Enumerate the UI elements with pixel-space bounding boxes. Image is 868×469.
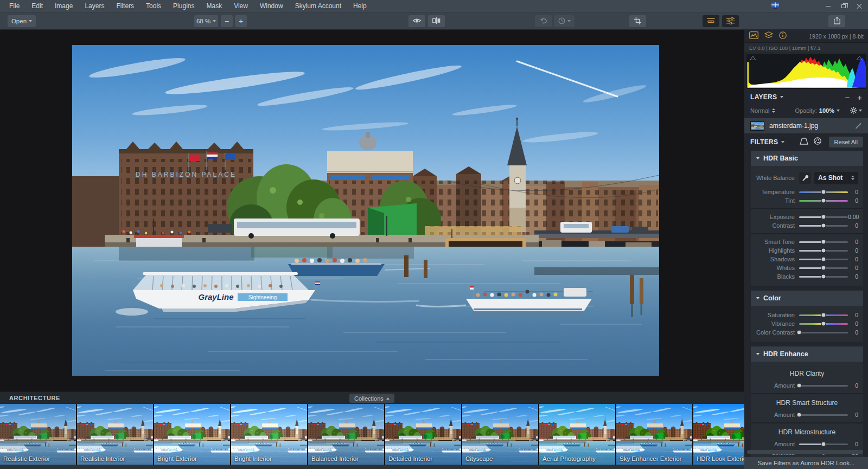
- menu-image[interactable]: Image: [49, 0, 79, 12]
- slider-handle[interactable]: [821, 198, 826, 203]
- compare-button[interactable]: [428, 15, 445, 27]
- saturation-slider[interactable]: [799, 314, 848, 316]
- crop-button[interactable]: [629, 15, 646, 27]
- preset-realistic-exterior[interactable]: Realistic Exterior: [0, 404, 76, 465]
- presets-panel-toggle[interactable]: [703, 15, 719, 27]
- zoom-level-select[interactable]: 68 %: [194, 15, 218, 27]
- menu-plugins[interactable]: Plugins: [167, 0, 200, 12]
- slider-handle[interactable]: [821, 257, 826, 262]
- amount-slider[interactable]: [799, 414, 848, 416]
- chevron-down-icon[interactable]: [780, 96, 783, 98]
- temperature-slider[interactable]: [799, 191, 848, 193]
- section-header-hdr-basic[interactable]: HDR Basic: [751, 151, 863, 166]
- filter-row-saturation: Saturation0: [751, 311, 863, 319]
- menu-skylum-account[interactable]: Skylum Account: [289, 0, 347, 12]
- opacity-value[interactable]: 100%: [819, 107, 834, 114]
- amount-slider[interactable]: [799, 444, 848, 445]
- preview-original-button[interactable]: [409, 15, 425, 27]
- slider-handle[interactable]: [821, 248, 826, 253]
- preset-bright-interior[interactable]: Bright Interior: [231, 404, 307, 465]
- layer-item[interactable]: amsterdam-1.jpg: [744, 118, 868, 133]
- filter-row-blacks: Blacks0: [751, 272, 863, 281]
- highlights-slider[interactable]: [799, 250, 848, 252]
- preset-balanced-interior[interactable]: Balanced Interior: [308, 404, 384, 465]
- amount-slider[interactable]: [799, 385, 848, 387]
- slider-handle[interactable]: [821, 190, 826, 195]
- layers-toggle-icon[interactable]: [764, 31, 773, 41]
- exposure-slider[interactable]: [799, 216, 848, 218]
- history-button[interactable]: [554, 15, 575, 27]
- section-header-color[interactable]: Color: [751, 291, 863, 306]
- menu-mask[interactable]: Mask: [200, 0, 228, 12]
- minimize-button[interactable]: [825, 3, 831, 9]
- slider-handle[interactable]: [821, 313, 826, 318]
- preset-sky-enhancer-exterior[interactable]: Sky Enhancer Exterior: [616, 404, 692, 465]
- preset-hdr-look-exterior[interactable]: HDR Look Exterior: [693, 404, 744, 465]
- layers-title: LAYERS: [750, 93, 777, 101]
- menu-tools[interactable]: Tools: [140, 0, 167, 12]
- menu-filters[interactable]: Filters: [110, 0, 140, 12]
- add-layer-button[interactable]: +: [857, 93, 862, 102]
- preset-aerial-photography[interactable]: Aerial Photography: [539, 404, 615, 465]
- menu-view[interactable]: View: [228, 0, 254, 12]
- blacks-slider[interactable]: [799, 276, 848, 278]
- undo-button[interactable]: [535, 15, 552, 27]
- remove-layer-button[interactable]: −: [845, 93, 850, 102]
- chevron-down-icon[interactable]: [781, 141, 784, 143]
- preset-cityscape[interactable]: Cityscape: [462, 404, 538, 465]
- slider-handle[interactable]: [821, 274, 826, 279]
- shadows-slider[interactable]: [799, 259, 848, 260]
- close-button[interactable]: [856, 3, 863, 9]
- slider-handle[interactable]: [821, 215, 826, 220]
- color-contrast-slider[interactable]: [799, 332, 848, 333]
- histogram[interactable]: [746, 54, 866, 89]
- lens-icon[interactable]: [814, 137, 821, 147]
- slider-handle[interactable]: [797, 413, 802, 417]
- save-filters-button[interactable]: Save Filters as Aurora HDR Look...: [744, 457, 868, 469]
- preset-detailed-interior[interactable]: Detailed Interior: [385, 404, 461, 465]
- edit-layer-button[interactable]: [854, 122, 862, 130]
- slider-handle[interactable]: [821, 266, 826, 271]
- reset-all-button[interactable]: Reset All: [829, 137, 863, 147]
- filters-horizontal-scrollbar[interactable]: [747, 450, 863, 454]
- zoom-out-button[interactable]: −: [221, 15, 233, 27]
- info-toggle-icon[interactable]: [779, 31, 787, 41]
- collapse-icon: [756, 297, 760, 299]
- slider-handle[interactable]: [797, 330, 802, 335]
- white-balance-select[interactable]: As Shot: [814, 172, 858, 184]
- slider-handle[interactable]: [821, 322, 826, 326]
- menu-layers[interactable]: Layers: [79, 0, 110, 12]
- slider-handle[interactable]: [821, 442, 826, 447]
- contrast-slider[interactable]: [799, 225, 848, 227]
- menu-edit[interactable]: Edit: [25, 0, 49, 12]
- preset-realistic-interior[interactable]: Realistic Interior: [77, 404, 153, 465]
- blend-mode-select[interactable]: Normal: [750, 107, 769, 114]
- menu-file[interactable]: File: [3, 0, 25, 12]
- filters-panel-toggle[interactable]: [722, 15, 739, 27]
- smart-tone-slider[interactable]: [799, 241, 848, 243]
- eyedropper-button[interactable]: [799, 172, 811, 184]
- mask-icon[interactable]: [800, 137, 808, 147]
- menu-help[interactable]: Help: [347, 0, 373, 12]
- main-photo[interactable]: [72, 45, 659, 376]
- whites-slider[interactable]: [799, 267, 848, 269]
- preset-label: Detailed Interior: [388, 455, 432, 462]
- menu-window[interactable]: Window: [254, 0, 289, 12]
- vibrance-slider[interactable]: [799, 323, 848, 325]
- slider-handle[interactable]: [821, 223, 826, 228]
- histogram-toggle-icon[interactable]: [749, 31, 758, 41]
- preset-label: Bright Interior: [234, 455, 272, 462]
- preset-bright-exterior[interactable]: Bright Exterior: [154, 404, 230, 465]
- window-controls: [825, 0, 863, 12]
- export-button[interactable]: [828, 15, 845, 27]
- open-button[interactable]: Open: [8, 15, 36, 27]
- slider-handle[interactable]: [797, 383, 802, 388]
- layer-settings-button[interactable]: [850, 107, 862, 115]
- collections-button[interactable]: Collections: [349, 394, 394, 403]
- zoom-in-button[interactable]: +: [235, 15, 247, 27]
- tint-slider[interactable]: [799, 200, 848, 202]
- slider-handle[interactable]: [821, 240, 826, 245]
- section-header-hdr-enhance[interactable]: HDR Enhance: [751, 346, 863, 362]
- filter-row-exposure: Exposure0.00: [751, 213, 863, 221]
- restore-button[interactable]: [840, 3, 847, 9]
